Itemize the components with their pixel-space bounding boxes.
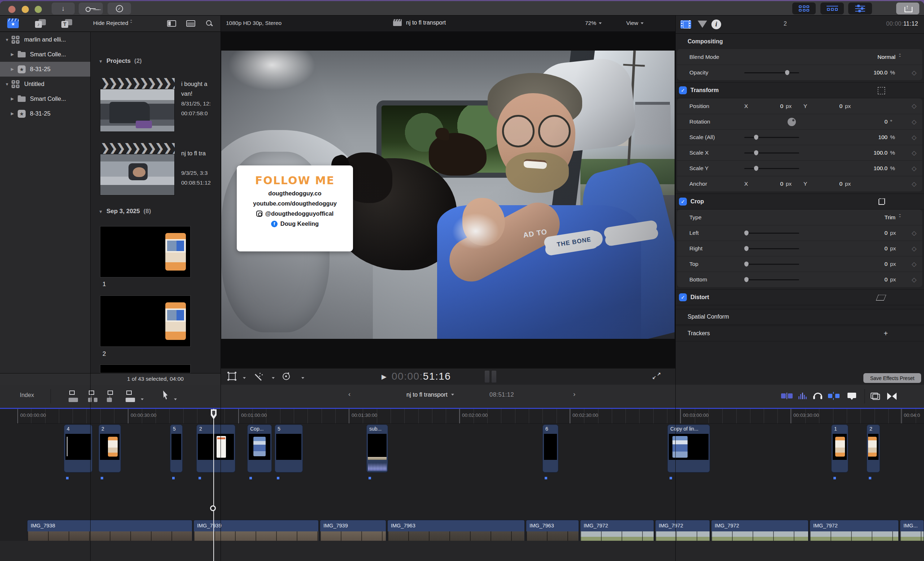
append-clip-button[interactable]: [107, 391, 118, 403]
play-button[interactable]: ▶: [381, 373, 387, 381]
keyframe-diamond-icon[interactable]: ◇: [900, 165, 916, 172]
distort-onscreen-icon[interactable]: [876, 295, 886, 301]
timeline-ruler[interactable]: 00:00:00:00 00:00:30:00 00:01:00:00 00:0…: [16, 409, 924, 424]
connected-clip[interactable]: 5: [170, 424, 183, 472]
crop-right-slider[interactable]: [744, 246, 799, 251]
transform-tool-icon[interactable]: [228, 373, 236, 380]
connected-clip[interactable]: Cop...: [247, 424, 272, 472]
video-frame[interactable]: AD TO THE BONE FOLLOW ME dougthedogguy.c…: [221, 51, 675, 339]
opacity-slider[interactable]: [744, 70, 799, 75]
primary-clip[interactable]: IMG_7939: [194, 520, 319, 561]
disclosure-triangle-icon[interactable]: [11, 52, 16, 57]
chevron-down-icon[interactable]: [243, 377, 246, 381]
filmstrip-view-icon[interactable]: [186, 20, 195, 27]
import-media-button[interactable]: ↓: [52, 3, 75, 15]
zoom-level-dropdown[interactable]: 72%: [585, 20, 602, 26]
crop-top-value[interactable]: 0: [806, 261, 888, 267]
view-dropdown[interactable]: View: [626, 20, 644, 26]
event-clip-thumbnail[interactable]: [100, 226, 190, 277]
scale-x-slider[interactable]: [744, 150, 799, 155]
save-effects-preset-button[interactable]: Save Effects Preset: [863, 373, 921, 383]
disclosure-triangle-icon[interactable]: [5, 38, 10, 42]
primary-clip[interactable]: IMG_7972: [711, 520, 808, 561]
crop-left-value[interactable]: 0: [806, 230, 888, 236]
rotation-value[interactable]: 0: [806, 119, 888, 125]
keyframe-diamond-icon[interactable]: ◇: [900, 102, 916, 110]
keyframe-diamond-icon[interactable]: ◇: [900, 180, 916, 188]
effects-filter-icon[interactable]: [698, 21, 707, 33]
disclosure-triangle-icon[interactable]: ▼: [99, 59, 103, 64]
event-section-header[interactable]: ▼ Sep 3, 2025 (8): [99, 208, 151, 215]
event-clip-thumbnail[interactable]: [100, 295, 190, 347]
minimize-window-button[interactable]: [22, 6, 29, 13]
show-both-panes-icon[interactable]: [871, 393, 880, 400]
keyframe-diamond-icon[interactable]: ◇: [900, 149, 916, 157]
primary-clip[interactable]: IMG_7938: [27, 520, 192, 561]
connected-clip[interactable]: sub...: [366, 424, 388, 472]
sidebar-item[interactable]: Untitled: [0, 77, 90, 92]
primary-clip[interactable]: IMG_7972: [810, 520, 899, 561]
search-icon[interactable]: [206, 20, 213, 27]
disclosure-triangle-icon[interactable]: [11, 96, 16, 101]
next-project-arrow[interactable]: ›: [573, 390, 575, 398]
keyframe-diamond-icon[interactable]: ◇: [900, 276, 916, 284]
project-info[interactable]: nj to fl tra 9/3/25, 3:3 00:08:51:12: [181, 149, 220, 188]
video-inspector-icon[interactable]: [680, 20, 691, 29]
sidebar-item[interactable]: Smart Colle...: [0, 92, 90, 106]
primary-clip[interactable]: IMG_7972: [580, 520, 654, 561]
connected-clip[interactable]: 2: [867, 424, 880, 472]
zoom-window-button[interactable]: [34, 6, 42, 13]
connected-clip[interactable]: 6: [543, 424, 558, 472]
chevron-down-icon[interactable]: [141, 399, 144, 402]
background-tasks-button[interactable]: [108, 3, 131, 15]
event-clip-thumbnail[interactable]: [100, 364, 190, 373]
insert-clip-button[interactable]: [88, 391, 99, 403]
project-thumbnail[interactable]: [100, 89, 175, 132]
transition-icon[interactable]: [887, 393, 897, 400]
connected-clip[interactable]: 1: [831, 424, 848, 472]
primary-clip[interactable]: IMG_7963: [526, 520, 579, 561]
transform-checkbox[interactable]: [679, 86, 687, 94]
primary-clip[interactable]: IMG_7939: [320, 520, 386, 561]
clips-pane-icon[interactable]: [7, 18, 19, 28]
scale-all-value[interactable]: 100: [806, 134, 888, 140]
anchor-y-value[interactable]: 0: [814, 180, 842, 187]
playhead[interactable]: [213, 409, 214, 561]
sidebar-item[interactable]: 8-31-25: [0, 106, 90, 121]
filter-dropdown[interactable]: Hide Rejected: [93, 20, 132, 26]
keyframe-diamond-icon[interactable]: ◇: [900, 69, 916, 77]
connect-clip-button[interactable]: [69, 391, 80, 403]
sidebar-item[interactable]: marlin and elli...: [0, 32, 90, 47]
browser-view-button[interactable]: [792, 3, 816, 15]
crop-top-slider[interactable]: [744, 262, 799, 266]
connected-clip[interactable]: Copy of lin...: [668, 424, 710, 472]
scale-x-value[interactable]: 100.0: [806, 150, 888, 156]
keyframe-diamond-icon[interactable]: ◇: [900, 245, 916, 253]
timeline-project-dropdown[interactable]: nj to fl transport: [406, 391, 454, 398]
transform-onscreen-icon[interactable]: [878, 87, 885, 94]
trim-view-icon[interactable]: [781, 393, 793, 399]
distort-checkbox[interactable]: [679, 293, 687, 301]
opacity-value[interactable]: 100.0: [806, 69, 888, 76]
disclosure-triangle-icon[interactable]: [5, 82, 10, 86]
keyword-editor-button[interactable]: [79, 3, 103, 15]
primary-clip[interactable]: IMG...: [900, 520, 924, 561]
disclosure-triangle-icon[interactable]: [11, 111, 16, 116]
snapping-icon[interactable]: [828, 393, 840, 399]
project-info[interactable]: i bought a van! 8/31/25, 12: 00:07:58:0: [181, 79, 220, 118]
disclosure-triangle-icon[interactable]: [11, 67, 16, 72]
audio-meters[interactable]: [485, 371, 496, 382]
primary-clip[interactable]: IMG_7963: [387, 520, 525, 561]
crop-type-select[interactable]: Trim: [744, 214, 896, 221]
connected-clip[interactable]: 4: [64, 424, 92, 472]
enhancements-wand-icon[interactable]: [255, 373, 262, 381]
chevron-down-icon[interactable]: [302, 377, 304, 381]
position-y-value[interactable]: 0: [814, 103, 842, 110]
chevron-down-icon[interactable]: [272, 377, 274, 381]
crop-right-value[interactable]: 0: [806, 245, 888, 252]
sidebar-item[interactable]: 8-31-25: [0, 62, 90, 77]
connected-clip[interactable]: 5: [274, 424, 303, 472]
primary-clip[interactable]: IMG_7972: [655, 520, 710, 561]
crop-left-slider[interactable]: [744, 230, 799, 236]
keyframe-diamond-icon[interactable]: ◇: [900, 118, 916, 126]
